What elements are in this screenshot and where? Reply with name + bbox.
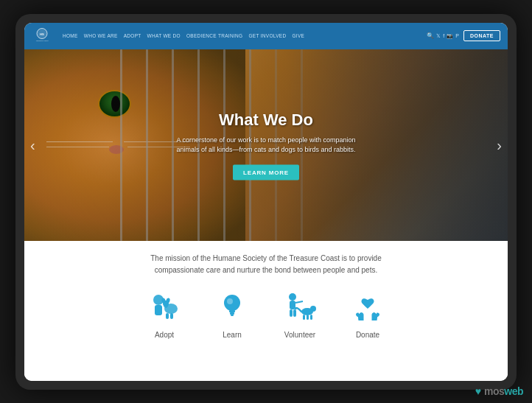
search-icon[interactable]: 🔍 [427,32,434,39]
volunteer-label: Volunteer [284,331,315,339]
logo-icon: HS Treasure Coast [32,26,52,46]
hero-subtitle: A cornerstone of our work is to match pe… [170,135,362,155]
learn-icon [213,288,251,326]
nav-what-we-do[interactable]: What We Do [147,33,181,38]
donate-item[interactable]: Donate [349,288,387,339]
donate-icon [349,288,387,326]
adopt-svg [145,288,183,326]
watermark: ♥ mosweb [475,385,523,397]
volunteer-svg [281,288,319,326]
nav-links: Home Who We Are Adopt What We Do Obedien… [63,33,422,38]
hero-title: What We Do [170,110,362,129]
volunteer-icon [281,288,319,326]
hero-next-arrow[interactable]: › [497,136,502,153]
content-area: The mission of the Humane Society of the… [24,241,508,381]
svg-rect-26 [293,309,296,317]
social-icons: 🔍 𝕏 f 📷 P [427,32,459,39]
twitter-icon[interactable]: 𝕏 [436,33,441,39]
svg-rect-15 [231,315,234,316]
svg-point-17 [289,293,296,301]
mission-text: The mission of the Humane Society of the… [126,253,406,276]
svg-text:Treasure Coast: Treasure Coast [36,40,49,42]
nav-adopt[interactable]: Adopt [124,33,141,38]
svg-rect-4 [155,305,162,315]
volunteer-item[interactable]: Volunteer [281,288,319,339]
nav-obedience[interactable]: Obedience Training [186,33,242,38]
svg-rect-25 [290,309,293,317]
donate-label: Donate [356,331,379,339]
nav-home[interactable]: Home [63,33,78,38]
svg-rect-13 [229,310,235,312]
svg-rect-23 [307,315,309,320]
svg-rect-18 [290,301,295,309]
hero-content: What We Do A cornerstone of our work is … [170,110,362,180]
watermark-brand: mosweb [484,385,523,397]
learn-label: Learn [223,331,242,339]
learn-item[interactable]: Learn [213,288,251,339]
facebook-icon[interactable]: f [443,33,444,38]
icons-row: Adopt Lea [145,288,387,339]
svg-rect-14 [230,312,234,315]
svg-rect-22 [303,315,305,320]
svg-rect-24 [310,315,312,320]
svg-point-21 [310,306,316,312]
donate-svg [349,288,387,326]
adopt-icon [145,288,183,326]
navbar: HS Treasure Coast Home Who We Are Adopt … [24,23,508,49]
nav-give[interactable]: Give [292,33,304,38]
hero-section: ‹ What We Do A cornerstone of our work i… [24,49,508,241]
watermark-heart-icon: ♥ [475,385,481,397]
svg-rect-10 [166,313,169,319]
logo-area: HS Treasure Coast [32,26,52,46]
nav-get-involved[interactable]: Get Involved [248,33,286,38]
pinterest-icon[interactable]: P [455,33,459,38]
nav-who-we-are[interactable]: Who We Are [84,33,118,38]
adopt-label: Adopt [155,331,174,339]
svg-point-16 [227,298,233,304]
svg-rect-11 [170,313,173,319]
donate-nav-button[interactable]: DONATE [463,30,500,41]
tablet-frame: HS Treasure Coast Home Who We Are Adopt … [15,14,517,390]
hero-prev-arrow[interactable]: ‹ [30,136,35,153]
adopt-item[interactable]: Adopt [145,288,183,339]
learn-more-button[interactable]: LEARN MORE [233,164,299,180]
screen: HS Treasure Coast Home Who We Are Adopt … [24,23,508,381]
svg-text:HS: HS [40,32,44,35]
svg-line-19 [295,301,303,303]
instagram-icon[interactable]: 📷 [447,33,453,39]
nav-right: 🔍 𝕏 f 📷 P DONATE [427,30,500,41]
learn-svg [213,288,251,326]
